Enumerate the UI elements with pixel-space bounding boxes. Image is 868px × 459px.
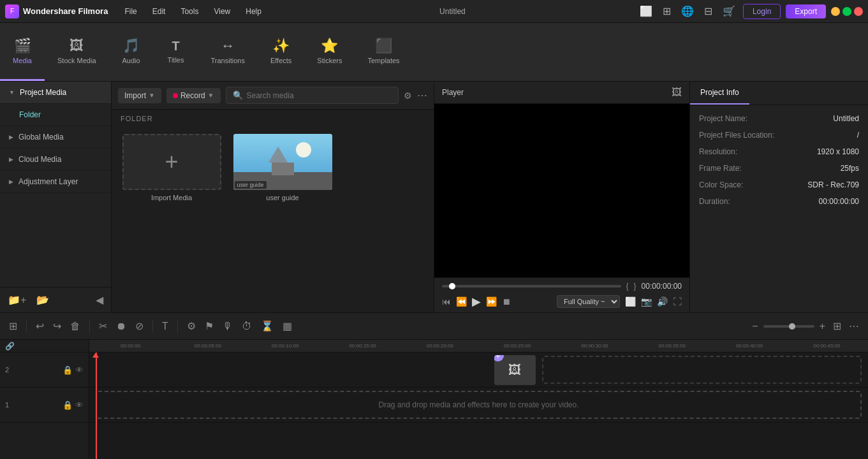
tool-transitions[interactable]: ↔ Transitions	[198, 23, 258, 81]
zoom-bar[interactable]	[763, 325, 814, 328]
grid-icon[interactable]: ⊞	[830, 319, 844, 333]
track-1-visibility-icon[interactable]: 👁	[75, 400, 84, 410]
track-1-drop-zone[interactable]: Drag and drop media and effects here to …	[96, 391, 862, 419]
tool-stock[interactable]: 🖼 Stock Media	[45, 23, 109, 81]
marker-icon[interactable]: ⚑	[202, 319, 216, 333]
player-settings-icon[interactable]: 🖼	[672, 87, 682, 98]
track-2-drop-zone[interactable]	[542, 356, 862, 384]
fullscreen-icon[interactable]: ⛶	[673, 296, 682, 307]
player-header: Player 🖼	[434, 82, 689, 104]
sidebar-item-project-media[interactable]: ▼ Project Media	[0, 82, 111, 104]
bracket-left-icon[interactable]: {	[626, 282, 629, 291]
maximize-button[interactable]: □	[842, 7, 851, 16]
record-button[interactable]: Record ▼	[166, 88, 221, 103]
zoom-in-icon[interactable]: +	[817, 319, 828, 333]
text-icon[interactable]: T	[159, 319, 171, 333]
track-2-lock-icon[interactable]: 🔒	[63, 365, 73, 375]
step-back-button[interactable]: ⏪	[456, 296, 467, 307]
snap-icon[interactable]: 🔗	[5, 342, 15, 351]
new-folder-icon[interactable]: 📂	[34, 293, 52, 307]
playhead[interactable]	[96, 353, 97, 459]
progress-bar[interactable]	[442, 285, 621, 288]
import-media-item[interactable]: + Import Media	[121, 134, 223, 201]
add-clip-button[interactable]: +	[494, 355, 504, 361]
add-track-icon[interactable]: ⊞	[6, 319, 20, 333]
tool-titles-label: Titles	[168, 56, 184, 64]
separator-2	[89, 320, 90, 333]
filter-icon[interactable]: ⚙	[404, 91, 412, 101]
quality-select[interactable]: Full Quality ~ 1/2 Quality 1/4 Quality	[557, 295, 620, 308]
tool-stickers[interactable]: ⭐ Stickers	[304, 23, 355, 81]
zoom-thumb[interactable]	[789, 323, 795, 330]
more-tl-icon[interactable]: ⋯	[846, 319, 862, 333]
progress-thumb[interactable]	[449, 283, 455, 289]
close-button[interactable]: ×	[854, 7, 863, 16]
undo-icon[interactable]: ↩	[33, 319, 47, 333]
import-button[interactable]: Import ▼	[118, 88, 161, 103]
tool-audio[interactable]: 🎵 Audio	[109, 23, 154, 81]
delete-icon[interactable]: 🗑	[68, 319, 83, 333]
layout-icon[interactable]: ⊟	[702, 5, 715, 17]
tab-project-info[interactable]: Project Info	[690, 82, 749, 105]
more-options-icon[interactable]: ⋯	[417, 89, 427, 101]
tool-effects[interactable]: ✨ Effects	[258, 23, 304, 81]
menu-file[interactable]: File	[118, 4, 143, 18]
step-forward-button[interactable]: ⏩	[486, 296, 497, 307]
cart-icon[interactable]: 🛒	[720, 5, 738, 17]
collapse-panel-icon[interactable]: ◀	[93, 293, 106, 307]
info-value-location: /	[857, 131, 859, 140]
login-button[interactable]: Login	[743, 4, 781, 19]
detach-icon[interactable]: ⊘	[133, 319, 146, 333]
play-button[interactable]: ▶	[472, 295, 481, 309]
menu-edit[interactable]: Edit	[146, 4, 172, 18]
skip-back-button[interactable]: ⏮	[442, 296, 451, 307]
menu-tools[interactable]: Tools	[174, 4, 205, 18]
stop-button[interactable]: ⏹	[502, 296, 511, 307]
user-guide-item[interactable]: user guide user guide	[232, 134, 334, 201]
clip-speed-icon[interactable]: ⏱	[239, 319, 254, 333]
video-effect-icon[interactable]: ▦	[280, 319, 295, 333]
tick-6: 00:00:30:00	[556, 343, 633, 349]
content-area: ▼ Project Media Folder ▶ Global Media ▶ …	[0, 82, 868, 312]
app-container: F Wondershare Filmora File Edit Tools Vi…	[0, 0, 868, 459]
export-button[interactable]: Export	[786, 4, 826, 18]
player-progress: { } 00:00:00:00	[442, 282, 682, 291]
track-1-lock-icon[interactable]: 🔒	[63, 400, 73, 410]
volume-icon[interactable]: 🔊	[657, 296, 668, 307]
tool-templates[interactable]: ⬛ Templates	[355, 23, 412, 81]
sidebar-item-adjustment-layer[interactable]: ▶ Adjustment Layer	[0, 171, 111, 193]
web-icon[interactable]: 🌐	[679, 5, 696, 17]
zoom-control: − + ⊞ ⋯	[749, 319, 862, 333]
camera-icon[interactable]: 📷	[641, 296, 652, 307]
screen-size-icon[interactable]: ⬜	[625, 296, 636, 307]
bracket-right-icon[interactable]: }	[634, 282, 636, 291]
track-1-content: Drag and drop media and effects here to …	[89, 388, 868, 423]
import-placeholder-thumb[interactable]: +	[122, 134, 221, 190]
user-guide-thumb[interactable]: user guide	[233, 134, 332, 190]
sidebar-item-folder[interactable]: Folder	[0, 104, 111, 126]
menu-help[interactable]: Help	[239, 4, 268, 18]
fullscreen-icon[interactable]: ⬜	[637, 5, 655, 17]
menu-view[interactable]: View	[207, 4, 237, 18]
cut-icon[interactable]: ✂	[96, 319, 110, 333]
search-input[interactable]	[247, 91, 392, 100]
redo-icon[interactable]: ↪	[50, 319, 64, 333]
tool-titles[interactable]: T Titles	[154, 23, 198, 81]
add-folder-icon[interactable]: 📁+	[5, 293, 29, 307]
tick-3: 00:00:15:00	[324, 343, 401, 349]
sidebar-item-global-media[interactable]: ▶ Global Media	[0, 126, 111, 149]
motion-icon[interactable]: ⌛	[258, 319, 276, 333]
cloud-media-label: Cloud Media	[18, 155, 61, 164]
info-row-resolution: Resolution: 1920 x 1080	[699, 147, 859, 156]
sidebar-item-cloud-media[interactable]: ▶ Cloud Media	[0, 149, 111, 171]
arrow-icon-adjustment: ▶	[9, 178, 13, 185]
voice-icon[interactable]: 🎙	[220, 319, 235, 333]
split-audio-icon[interactable]: ⏺	[114, 319, 129, 333]
split-icon[interactable]: ⊞	[660, 5, 673, 17]
settings-tl-icon[interactable]: ⚙	[184, 319, 198, 333]
track-2-visibility-icon[interactable]: 👁	[75, 365, 84, 375]
zoom-out-icon[interactable]: −	[749, 319, 760, 333]
tool-media[interactable]: 🎬 Media	[0, 23, 45, 81]
playhead-top-icon	[92, 353, 99, 358]
minimize-button[interactable]: −	[831, 7, 840, 16]
